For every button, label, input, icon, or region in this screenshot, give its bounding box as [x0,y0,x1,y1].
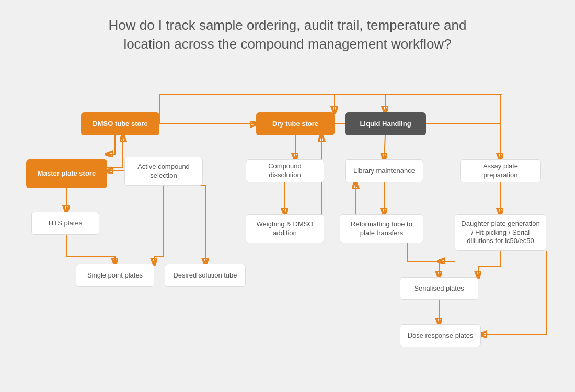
library-maintenance: Library maintenance [345,159,423,182]
assay-plate-preparation: Assay plate preparation [460,159,541,182]
hts-plates: HTS plates [31,212,99,235]
dose-response-plates: Dose response plates [400,324,481,347]
dmso-tube-store: DMSO tube store [81,112,159,135]
serialised-plates: Serialised plates [400,277,478,300]
master-plate-store: Master plate store [26,159,107,188]
reformatting-tube: Reformatting tube to plate transfers [340,214,423,243]
desired-solution-tube: Desired solution tube [165,264,246,287]
page-title: How do I track sample ordering, audit tr… [0,0,575,54]
weighing-dmso: Weighing & DMSO addition [246,214,324,243]
dry-tube-store: Dry tube store [256,112,335,135]
daughter-plate-generation: Daughter plate generation / Hit picking … [455,214,546,251]
compound-dissolution: Compound dissolution [246,159,324,182]
single-point-plates: Single point plates [76,264,154,287]
liquid-handling: Liquid Handling [345,112,426,135]
active-compound-selection: Active compound selection [124,157,203,186]
